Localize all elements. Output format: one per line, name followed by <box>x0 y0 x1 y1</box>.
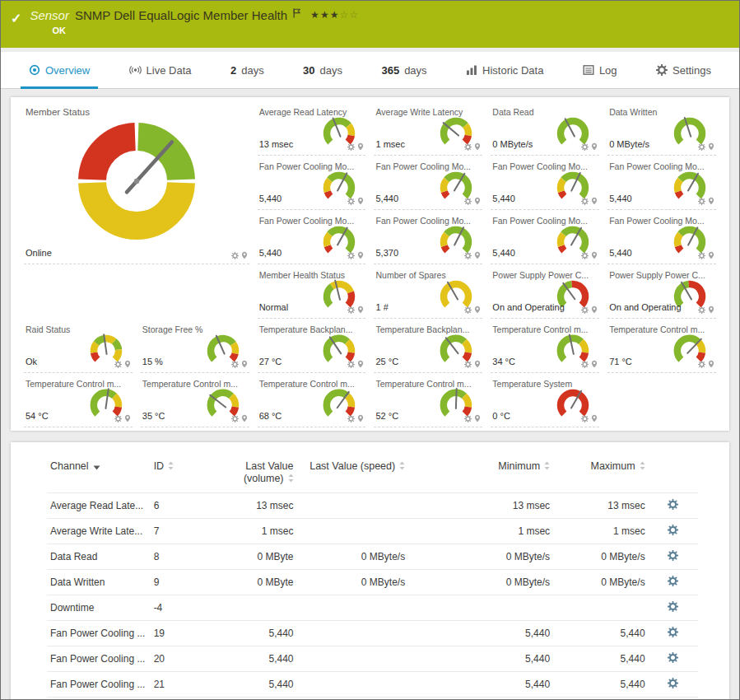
gauge-pin-icon[interactable] <box>708 251 714 259</box>
tab-label: Live Data <box>147 64 192 77</box>
gauge-pin-icon[interactable] <box>357 251 364 259</box>
channel-settings-icon[interactable] <box>668 601 678 612</box>
channel-settings-icon[interactable] <box>668 678 678 688</box>
gauge-settings-icon[interactable] <box>464 143 472 151</box>
gauge-pin-icon[interactable] <box>708 306 714 314</box>
tab-label: Historic Data <box>482 64 543 77</box>
cell-id: 9 <box>151 570 210 595</box>
gauge-settings-icon[interactable] <box>698 143 705 151</box>
gauge-settings-icon[interactable] <box>698 306 705 314</box>
gauge-pin-icon[interactable] <box>591 251 598 259</box>
tab-label: days <box>320 64 342 77</box>
star-filled-icon[interactable]: ★ <box>320 9 330 21</box>
channel-settings-icon[interactable] <box>668 550 678 561</box>
tab-overview[interactable]: Overview <box>21 52 98 88</box>
column-header-max[interactable]: Maximum <box>553 460 649 493</box>
gauge-settings-icon[interactable] <box>464 306 472 314</box>
gauge-settings-icon[interactable] <box>231 252 239 259</box>
gauge-pin-icon[interactable] <box>708 197 714 205</box>
gauge-settings-icon[interactable] <box>464 198 472 205</box>
gauge-settings-icon[interactable] <box>347 361 355 368</box>
gauge-settings-icon[interactable] <box>698 198 705 205</box>
gauge-pin-icon[interactable] <box>474 414 481 422</box>
gauge-settings-icon[interactable] <box>581 415 589 422</box>
sort-toggle-icon[interactable] <box>399 461 405 470</box>
column-header-id[interactable]: ID <box>151 460 210 493</box>
tab-historic-data[interactable]: Historic Data <box>458 52 552 88</box>
gauge-settings-icon[interactable] <box>581 143 589 151</box>
column-header-min[interactable]: Minimum <box>408 460 553 493</box>
gauge-pin-icon[interactable] <box>474 142 481 151</box>
channel-settings-icon[interactable] <box>668 525 678 535</box>
gauge-pin-icon[interactable] <box>241 414 248 422</box>
gauge-pin-icon[interactable] <box>357 360 364 368</box>
star-filled-icon[interactable]: ★ <box>330 9 340 21</box>
gauge-pin-icon[interactable] <box>357 197 364 205</box>
gauge-pin-icon[interactable] <box>124 414 131 422</box>
gauge-pin-icon[interactable] <box>591 414 598 422</box>
gauge-value: 0 °C <box>492 411 510 421</box>
gauge-settings-icon[interactable] <box>698 252 705 259</box>
channel-settings-icon[interactable] <box>668 576 678 586</box>
gauge-pin-icon[interactable] <box>241 251 248 259</box>
gauge-settings-icon[interactable] <box>114 361 122 368</box>
gauge-pin-icon[interactable] <box>708 360 714 368</box>
column-header-last_speed[interactable]: Last Value (speed) <box>297 460 409 493</box>
gauge-pin-icon[interactable] <box>241 360 248 368</box>
tab-settings[interactable]: Settings <box>648 52 719 88</box>
gauge-pin-icon[interactable] <box>474 306 481 314</box>
gauge-settings-icon[interactable] <box>464 415 472 422</box>
gauge-settings-icon[interactable] <box>347 143 355 151</box>
gauge-settings-icon[interactable] <box>698 361 705 368</box>
sort-toggle-icon[interactable] <box>640 461 645 470</box>
gauge-value: 13 msec <box>259 139 294 149</box>
gauge-pin-icon[interactable] <box>357 306 364 314</box>
gauge-settings-icon[interactable] <box>231 361 239 368</box>
tab-365-days[interactable]: 365days <box>373 52 435 88</box>
tab-number: 30 <box>303 64 314 77</box>
channel-settings-icon[interactable] <box>668 652 678 663</box>
column-header-channel[interactable]: Channel <box>47 460 151 493</box>
cell-min: 5,440 <box>408 621 553 646</box>
gauge-pin-icon[interactable] <box>474 197 481 205</box>
tab-live-data[interactable]: Live Data <box>121 52 200 88</box>
gauge-settings-icon[interactable] <box>581 306 589 314</box>
gauge-settings-icon[interactable] <box>347 415 355 422</box>
gauge-settings-icon[interactable] <box>464 252 472 259</box>
gauge-settings-icon[interactable] <box>464 361 472 368</box>
channel-settings-icon[interactable] <box>668 627 678 637</box>
gauge-pin-icon[interactable] <box>591 360 598 368</box>
gauge-settings-icon[interactable] <box>581 252 589 259</box>
gauge-settings-icon[interactable] <box>581 198 589 205</box>
gauge-pin-icon[interactable] <box>357 142 364 151</box>
gauge-settings-icon[interactable] <box>347 252 355 259</box>
tab-2-days[interactable]: 2days <box>222 52 272 88</box>
sort-toggle-icon[interactable] <box>288 474 294 483</box>
gauge-pin-icon[interactable] <box>591 197 598 205</box>
gauge-pin-icon[interactable] <box>708 142 714 151</box>
tab-30-days[interactable]: 30days <box>295 52 351 88</box>
tab-log[interactable]: Log <box>575 52 626 88</box>
gauge-settings-icon[interactable] <box>347 306 355 314</box>
sort-desc-icon[interactable] <box>93 465 100 470</box>
star-empty-icon[interactable]: ☆ <box>339 9 349 21</box>
gauge-pin-icon[interactable] <box>591 142 598 151</box>
star-empty-icon[interactable]: ☆ <box>349 9 359 21</box>
flag-icon[interactable] <box>293 8 300 18</box>
column-header-last_volume[interactable]: Last Value(volume) <box>210 460 297 493</box>
gauge-pin-icon[interactable] <box>357 414 364 422</box>
gauge-settings-icon[interactable] <box>581 361 589 368</box>
gauge-pin-icon[interactable] <box>474 251 481 259</box>
gauge-pin-icon[interactable] <box>591 306 598 314</box>
gauge-settings-icon[interactable] <box>231 415 239 422</box>
gauge-settings-icon[interactable] <box>114 415 122 422</box>
gauge-settings-icon[interactable] <box>347 198 355 205</box>
gauge-pin-icon[interactable] <box>124 360 131 368</box>
sort-toggle-icon[interactable] <box>544 461 550 470</box>
channel-settings-icon[interactable] <box>668 499 678 510</box>
gauge-value: On and Operating <box>492 302 564 312</box>
gauge-pin-icon[interactable] <box>474 360 481 368</box>
table-row: Fan Power Cooling ...205,4405,4405,440 <box>47 646 698 672</box>
star-filled-icon[interactable]: ★ <box>310 9 320 21</box>
sort-toggle-icon[interactable] <box>168 461 174 470</box>
